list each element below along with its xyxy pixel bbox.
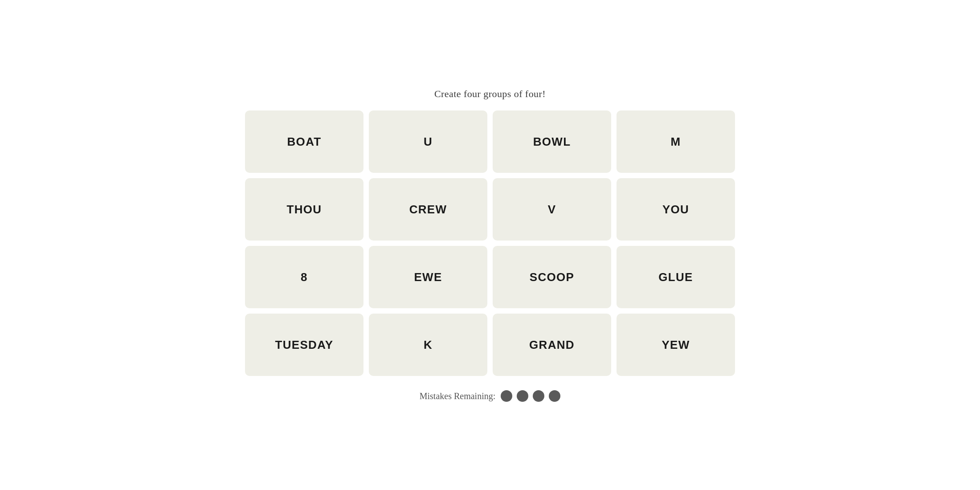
tile-crew[interactable]: CREW: [369, 178, 487, 241]
mistakes-area: Mistakes Remaining:: [420, 390, 561, 402]
tile-bowl[interactable]: BOWL: [493, 110, 611, 173]
tile-boat[interactable]: BOAT: [245, 110, 363, 173]
tile-m[interactable]: M: [617, 110, 735, 173]
tile-tuesday[interactable]: TUESDAY: [245, 314, 363, 376]
mistake-dot-1: [501, 390, 512, 402]
mistake-dot-2: [517, 390, 528, 402]
tile-label-bowl: BOWL: [533, 135, 571, 149]
tile-label-8: 8: [301, 270, 308, 284]
tile-ewe[interactable]: EWE: [369, 246, 487, 308]
tile-label-thou: THOU: [287, 203, 322, 216]
dots-container: [501, 390, 560, 402]
tile-label-ewe: EWE: [414, 270, 442, 284]
tile-label-boat: BOAT: [287, 135, 322, 149]
tile-label-scoop: SCOOP: [530, 270, 574, 284]
tile-u[interactable]: U: [369, 110, 487, 173]
tile-glue[interactable]: GLUE: [617, 246, 735, 308]
tile-label-u: U: [424, 135, 433, 149]
subtitle: Create four groups of four!: [434, 88, 546, 100]
tile-label-m: M: [671, 135, 681, 149]
tile-thou[interactable]: THOU: [245, 178, 363, 241]
tile-grand[interactable]: GRAND: [493, 314, 611, 376]
game-container: Create four groups of four! BOATUBOWLMTH…: [245, 88, 735, 402]
tile-grid: BOATUBOWLMTHOUCREWVYOU8EWESCOOPGLUETUESD…: [245, 110, 735, 376]
tile-label-tuesday: TUESDAY: [275, 338, 334, 352]
mistake-dot-3: [533, 390, 544, 402]
tile-you[interactable]: YOU: [617, 178, 735, 241]
tile-label-v: V: [548, 203, 556, 216]
tile-yew[interactable]: YEW: [617, 314, 735, 376]
tile-k[interactable]: K: [369, 314, 487, 376]
tile-label-crew: CREW: [409, 203, 447, 216]
mistakes-label: Mistakes Remaining:: [420, 391, 496, 401]
tile-label-grand: GRAND: [529, 338, 575, 352]
tile-8[interactable]: 8: [245, 246, 363, 308]
tile-scoop[interactable]: SCOOP: [493, 246, 611, 308]
tile-label-glue: GLUE: [658, 270, 693, 284]
tile-v[interactable]: V: [493, 178, 611, 241]
tile-label-yew: YEW: [662, 338, 690, 352]
tile-label-you: YOU: [662, 203, 689, 216]
mistake-dot-4: [549, 390, 560, 402]
tile-label-k: K: [424, 338, 433, 352]
